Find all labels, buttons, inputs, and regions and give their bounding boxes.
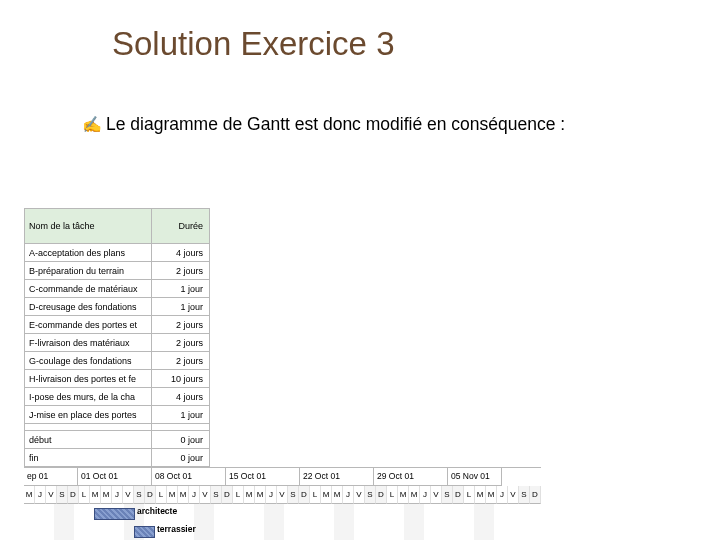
slide-title: Solution Exercice 3 <box>0 0 720 63</box>
task-duration: 0 jour <box>152 449 210 467</box>
task-name: fin <box>25 449 152 467</box>
task-duration: 2 jours <box>152 262 210 280</box>
week-header: 15 Oct 01 <box>226 468 300 486</box>
week-header: 29 Oct 01 <box>374 468 448 486</box>
bullet-icon: ✍ <box>82 113 102 134</box>
task-duration: 10 jours <box>152 370 210 388</box>
task-duration: 0 jour <box>152 431 210 449</box>
week-header: 22 Oct 01 <box>300 468 374 486</box>
gantt-bar <box>134 526 155 538</box>
task-name: H-livraison des portes et fe <box>25 370 152 388</box>
gantt-chart: Nom de la tâche Durée A-acceptation des … <box>24 208 720 540</box>
task-name: début <box>25 431 152 449</box>
task-name: I-pose des murs, de la cha <box>25 388 152 406</box>
task-duration: 4 jours <box>152 244 210 262</box>
task-duration: 2 jours <box>152 352 210 370</box>
week-header: 01 Oct 01 <box>78 468 152 486</box>
week-header: 08 Oct 01 <box>152 468 226 486</box>
task-duration: 2 jours <box>152 316 210 334</box>
week-header: 05 Nov 01 <box>448 468 502 486</box>
gantt-timeline: ep 0101 Oct 0108 Oct 0115 Oct 0122 Oct 0… <box>24 467 541 540</box>
task-name: D-creusage des fondations <box>25 298 152 316</box>
gantt-bar-label: terrassier <box>157 524 196 534</box>
task-name: C-commande de matériaux <box>25 280 152 298</box>
task-table: Nom de la tâche Durée A-acceptation des … <box>24 208 210 467</box>
task-duration: 2 jours <box>152 334 210 352</box>
gantt-bar-label: architecte <box>137 506 177 516</box>
gantt-bar <box>94 508 135 520</box>
task-duration: 1 jour <box>152 280 210 298</box>
task-name: A-acceptation des plans <box>25 244 152 262</box>
col-header-task: Nom de la tâche <box>25 209 152 244</box>
task-name: B-préparation du terrain <box>25 262 152 280</box>
body-text: Le diagramme de Gantt est donc modifié e… <box>106 113 565 136</box>
task-name: G-coulage des fondations <box>25 352 152 370</box>
task-name: J-mise en place des portes <box>25 406 152 424</box>
task-name: E-commande des portes et <box>25 316 152 334</box>
task-duration: 1 jour <box>152 298 210 316</box>
task-duration: 1 jour <box>152 406 210 424</box>
col-header-duration: Durée <box>152 209 210 244</box>
task-name: F-livraison des matériaux <box>25 334 152 352</box>
task-duration: 4 jours <box>152 388 210 406</box>
week-header: ep 01 <box>24 468 78 486</box>
